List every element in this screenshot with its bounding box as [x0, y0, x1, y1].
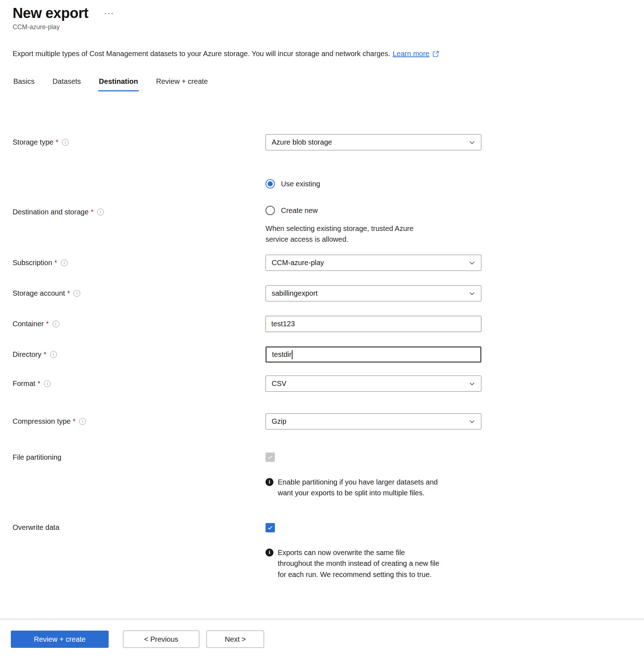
destination-and-storage-row: Destination and storage * Use existing C…: [13, 179, 644, 245]
text-cursor: [292, 350, 292, 359]
required-asterisk: *: [44, 350, 46, 359]
storage-account-row: Storage account * sabillingexport: [13, 285, 644, 301]
description: Export multiple types of Cost Management…: [13, 50, 644, 58]
info-icon[interactable]: [79, 418, 86, 425]
tab-review-create[interactable]: Review + create: [155, 77, 209, 91]
compression-type-row: Compression type * Gzip: [13, 413, 644, 430]
info-filled-icon: [266, 549, 273, 556]
destination-storage-radio-group: Use existing Create new When selecting e…: [266, 179, 481, 245]
info-icon[interactable]: [61, 259, 68, 266]
compression-type-dropdown[interactable]: Gzip: [266, 413, 481, 430]
format-label: Format: [13, 380, 35, 388]
compression-type-value: Gzip: [272, 417, 286, 426]
new-export-pane: New export ··· CCM-azure-play Export mul…: [0, 0, 644, 580]
required-asterisk: *: [73, 417, 76, 426]
container-row: Container * test123: [13, 316, 644, 332]
format-value: CSV: [272, 380, 286, 388]
wizard-tabs: Basics Datasets Destination Review + cre…: [13, 77, 644, 92]
context-menu-ellipsis-icon[interactable]: ···: [104, 9, 114, 18]
container-input[interactable]: test123: [266, 316, 481, 332]
external-link-icon[interactable]: [432, 50, 440, 58]
page-title: New export: [13, 5, 89, 21]
info-icon[interactable]: [73, 290, 80, 297]
radio-use-existing-label: Use existing: [281, 180, 320, 188]
storage-type-dropdown[interactable]: Azure blob storage: [266, 134, 481, 150]
description-text: Export multiple types of Cost Management…: [13, 50, 390, 58]
info-icon[interactable]: [62, 139, 69, 146]
directory-label: Directory: [13, 350, 41, 359]
required-asterisk: *: [54, 259, 57, 267]
chevron-down-icon: [469, 381, 475, 387]
storage-type-label: Storage type: [13, 138, 53, 146]
file-partitioning-label: File partitioning: [13, 453, 62, 462]
overwrite-data-checkbox[interactable]: [266, 523, 275, 532]
info-filled-icon: [266, 478, 273, 486]
file-partitioning-note-text: Enable partitioning if you have larger d…: [278, 477, 440, 499]
container-label: Container: [13, 320, 44, 328]
radio-create-new-label: Create new: [281, 206, 318, 215]
storage-account-dropdown[interactable]: sabillingexport: [266, 285, 481, 301]
chevron-down-icon: [469, 290, 475, 297]
overwrite-data-note: Exports can now overwrite the same file …: [266, 547, 481, 580]
storage-type-row: Storage type * Azure blob storage: [13, 134, 644, 150]
tab-destination[interactable]: Destination: [98, 77, 139, 91]
subscription-value: CCM-azure-play: [272, 259, 324, 267]
previous-button[interactable]: < Previous: [123, 631, 199, 648]
info-icon[interactable]: [44, 380, 51, 387]
required-asterisk: *: [67, 289, 70, 297]
required-asterisk: *: [55, 138, 58, 146]
info-icon[interactable]: [53, 321, 59, 327]
directory-row: Directory * testdir: [13, 346, 644, 363]
tab-datasets[interactable]: Datasets: [52, 77, 82, 91]
destination-and-storage-label: Destination and storage: [13, 208, 89, 216]
radio-unselected-icon: [266, 206, 275, 215]
chevron-down-icon: [469, 418, 475, 425]
radio-create-new[interactable]: Create new: [266, 206, 481, 215]
review-create-button[interactable]: Review + create: [11, 631, 109, 648]
overwrite-data-row: Overwrite data Exports can now overwrite…: [13, 523, 644, 580]
overwrite-data-note-text: Exports can now overwrite the same file …: [278, 547, 440, 580]
storage-account-label: Storage account: [13, 289, 65, 297]
wizard-footer: Review + create < Previous Next >: [0, 619, 644, 659]
info-icon[interactable]: [97, 209, 104, 215]
required-asterisk: *: [46, 320, 49, 328]
radio-use-existing[interactable]: Use existing: [266, 179, 481, 188]
format-row: Format * CSV: [13, 376, 644, 392]
overwrite-data-label: Overwrite data: [13, 523, 59, 532]
required-asterisk: *: [37, 380, 40, 388]
directory-input[interactable]: testdir: [266, 346, 481, 363]
learn-more-link[interactable]: Learn more: [393, 50, 429, 58]
chevron-down-icon: [469, 139, 475, 146]
tab-basics[interactable]: Basics: [13, 77, 35, 91]
destination-storage-help-text: When selecting existing storage, trusted…: [266, 223, 435, 245]
radio-selected-icon: [266, 179, 275, 188]
chevron-down-icon: [469, 260, 475, 266]
next-button[interactable]: Next >: [207, 631, 264, 648]
container-value: test123: [271, 320, 295, 328]
storage-type-value: Azure blob storage: [272, 138, 332, 146]
subscription-label: Subscription: [13, 259, 52, 267]
file-partitioning-note: Enable partitioning if you have larger d…: [266, 477, 481, 499]
directory-value: testdir: [272, 350, 291, 359]
info-icon[interactable]: [50, 351, 57, 358]
storage-account-value: sabillingexport: [272, 289, 318, 297]
compression-type-label: Compression type: [13, 417, 71, 426]
file-partitioning-checkbox-disabled: [266, 453, 275, 462]
subscription-row: Subscription * CCM-azure-play: [13, 255, 644, 271]
required-asterisk: *: [91, 208, 94, 216]
subscription-dropdown[interactable]: CCM-azure-play: [266, 255, 481, 271]
subscription-subtitle: CCM-azure-play: [13, 23, 644, 31]
file-partitioning-row: File partitioning Enable partitioning if…: [13, 453, 644, 499]
format-dropdown[interactable]: CSV: [266, 376, 481, 392]
